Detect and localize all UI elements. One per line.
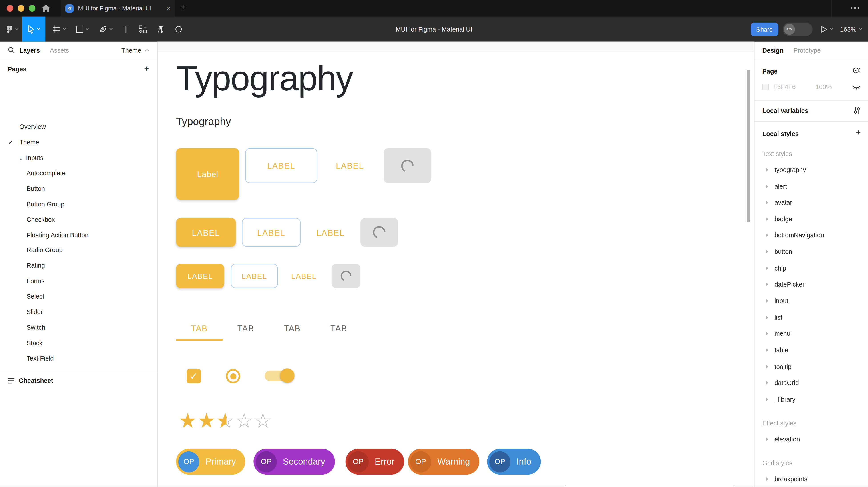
disclosure-triangle-icon[interactable] bbox=[766, 168, 768, 171]
text-button-small[interactable]: LABEL bbox=[286, 264, 321, 288]
text-button-medium[interactable]: LABEL bbox=[311, 218, 350, 247]
new-tab-icon[interactable]: + bbox=[181, 2, 186, 12]
style-list[interactable]: list bbox=[754, 309, 868, 325]
move-tool-button[interactable] bbox=[22, 17, 45, 41]
style-data-grid[interactable]: dataGrid bbox=[754, 375, 868, 391]
chip-primary[interactable]: OP Primary bbox=[176, 449, 245, 475]
tab-design[interactable]: Design bbox=[762, 47, 783, 53]
canvas-subheading[interactable]: Typography bbox=[176, 116, 231, 128]
sidebar-page-select[interactable]: Select bbox=[0, 289, 158, 304]
chip-info[interactable]: OP Info bbox=[487, 449, 541, 475]
eye-closed-icon[interactable] bbox=[852, 84, 861, 91]
window-minimize-button[interactable] bbox=[18, 5, 25, 11]
disclosure-triangle-icon[interactable] bbox=[766, 316, 768, 319]
disclosure-triangle-icon[interactable] bbox=[766, 266, 768, 270]
contained-button-medium[interactable]: LABEL bbox=[176, 218, 236, 247]
disclosure-triangle-icon[interactable] bbox=[766, 477, 768, 480]
tab-item-2[interactable]: TAB bbox=[222, 315, 269, 341]
style-chip[interactable]: chip bbox=[754, 260, 868, 276]
sidebar-page-rating[interactable]: Rating bbox=[0, 258, 158, 273]
add-page-icon[interactable]: + bbox=[144, 64, 149, 73]
sidebar-page-slider[interactable]: Slider bbox=[0, 304, 158, 320]
disclosure-triangle-icon[interactable] bbox=[766, 365, 768, 368]
style-avatar[interactable]: avatar bbox=[754, 194, 868, 210]
tab-item-4[interactable]: TAB bbox=[315, 315, 362, 341]
variables-icon[interactable] bbox=[853, 106, 861, 115]
canvas[interactable]: Typography Typography Label LABEL LABEL … bbox=[158, 41, 754, 487]
disclosure-triangle-icon[interactable] bbox=[766, 397, 768, 401]
style-tooltip[interactable]: tooltip bbox=[754, 358, 868, 375]
loading-button-medium[interactable] bbox=[361, 218, 398, 247]
sidebar-page-forms[interactable]: Forms bbox=[0, 273, 158, 289]
outlined-button-medium[interactable]: LABEL bbox=[242, 218, 301, 247]
star-icon-empty[interactable]: ☆ bbox=[253, 410, 272, 432]
actions-tool-button[interactable] bbox=[134, 17, 152, 41]
style-typography[interactable]: typography bbox=[754, 162, 868, 177]
tab-prototype[interactable]: Prototype bbox=[794, 47, 821, 53]
styles-icon[interactable] bbox=[852, 67, 861, 75]
style-badge[interactable]: badge bbox=[754, 211, 868, 227]
chip-error[interactable]: OP Error bbox=[345, 449, 404, 475]
disclosure-triangle-icon[interactable] bbox=[766, 282, 768, 286]
checkbox-checked[interactable]: ✓ bbox=[187, 369, 201, 384]
style-table[interactable]: table bbox=[754, 342, 868, 358]
page-color-hex[interactable]: F3F4F6 bbox=[773, 84, 802, 90]
tab-item-1[interactable]: TAB bbox=[176, 315, 222, 341]
disclosure-triangle-icon[interactable] bbox=[766, 348, 768, 352]
add-style-icon[interactable]: + bbox=[856, 127, 861, 137]
sidebar-page-radio-group[interactable]: Radio Group bbox=[0, 242, 158, 258]
main-menu-button[interactable] bbox=[2, 17, 22, 41]
radio-selected[interactable] bbox=[226, 369, 240, 384]
present-button[interactable] bbox=[820, 25, 834, 33]
style-button[interactable]: button bbox=[754, 244, 868, 259]
style-input[interactable]: input bbox=[754, 293, 868, 309]
document-tab[interactable]: MUI for Figma - Material UI × bbox=[61, 0, 175, 17]
zoom-menu[interactable]: 163% bbox=[840, 26, 863, 32]
disclosure-triangle-icon[interactable] bbox=[766, 233, 768, 236]
style-alert[interactable]: alert bbox=[754, 178, 868, 194]
sidebar-page-checkbox[interactable]: Checkbox bbox=[0, 212, 158, 228]
disclosure-triangle-icon[interactable] bbox=[766, 201, 768, 204]
sidebar-page-text-field[interactable]: Text Field bbox=[0, 351, 158, 366]
contained-button-large[interactable]: Label bbox=[176, 148, 239, 200]
sidebar-page-autocomplete[interactable]: Autocomplete bbox=[0, 165, 158, 181]
disclosure-triangle-icon[interactable] bbox=[766, 437, 768, 441]
disclosure-triangle-icon[interactable] bbox=[766, 299, 768, 302]
sidebar-page-inputs[interactable]: ↓Inputs bbox=[0, 150, 158, 165]
sidebar-page-fab[interactable]: Floating Action Button bbox=[0, 227, 158, 243]
style-bottom-navigation[interactable]: bottomNavigation bbox=[754, 227, 868, 243]
frame-tool-button[interactable] bbox=[48, 17, 71, 41]
share-button[interactable]: Share bbox=[751, 23, 778, 36]
style-breakpoints[interactable]: breakpoints bbox=[754, 471, 868, 487]
canvas-heading[interactable]: Typography bbox=[176, 58, 353, 98]
text-button-large[interactable]: LABEL bbox=[329, 148, 371, 183]
loading-button-large[interactable] bbox=[383, 148, 431, 183]
comment-tool-button[interactable] bbox=[169, 17, 187, 41]
window-zoom-button[interactable] bbox=[29, 5, 35, 11]
search-icon[interactable] bbox=[8, 46, 15, 54]
loading-button-small[interactable] bbox=[332, 264, 360, 288]
switch-on[interactable] bbox=[265, 370, 293, 381]
shape-tool-button[interactable] bbox=[71, 17, 94, 41]
chip-warning[interactable]: OP Warning bbox=[408, 449, 479, 475]
sidebar-cheatsheet[interactable]: Cheatsheet bbox=[0, 372, 157, 389]
style-library[interactable]: _library bbox=[754, 391, 868, 407]
sidebar-page-button[interactable]: Button bbox=[0, 181, 158, 196]
dev-mode-toggle[interactable]: </> bbox=[783, 23, 812, 36]
sidebar-page-button-group[interactable]: Button Group bbox=[0, 196, 158, 212]
tab-layers[interactable]: Layers bbox=[19, 47, 40, 53]
outlined-button-small[interactable]: LABEL bbox=[231, 264, 278, 288]
disclosure-triangle-icon[interactable] bbox=[766, 250, 768, 253]
text-tool-button[interactable] bbox=[117, 17, 134, 41]
outlined-button-large[interactable]: LABEL bbox=[245, 148, 317, 183]
star-icon-half[interactable]: ☆★ bbox=[216, 410, 235, 432]
canvas-scrollbar[interactable] bbox=[747, 70, 750, 222]
contained-button-small[interactable]: LABEL bbox=[176, 264, 224, 288]
chip-secondary[interactable]: OP Secondary bbox=[253, 449, 335, 475]
disclosure-triangle-icon[interactable] bbox=[766, 217, 768, 220]
hand-tool-button[interactable] bbox=[152, 17, 169, 41]
home-icon[interactable] bbox=[41, 4, 51, 13]
disclosure-triangle-icon[interactable] bbox=[766, 185, 768, 188]
page-color-row[interactable]: F3F4F6 100% bbox=[762, 84, 832, 90]
sidebar-page-overview[interactable]: Overview bbox=[0, 119, 158, 134]
